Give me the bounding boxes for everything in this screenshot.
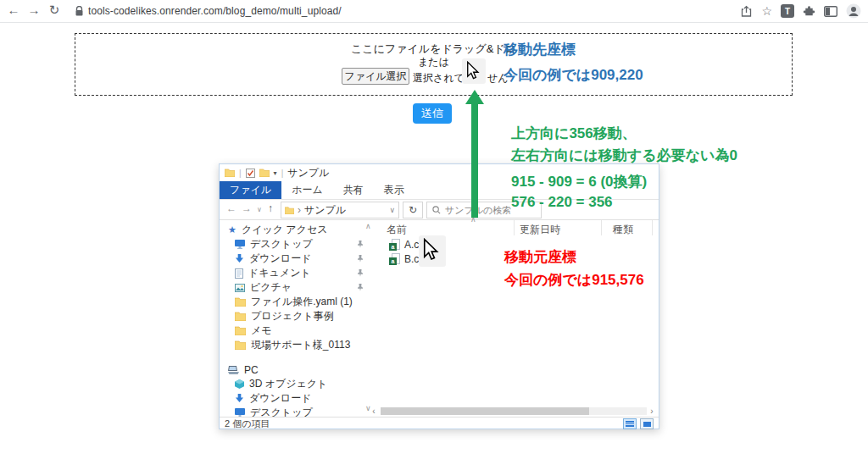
address-dropdown-icon[interactable]: ∨ [389, 206, 395, 214]
qat-separator2: | [281, 169, 284, 178]
extension-t-icon[interactable]: T [781, 4, 794, 18]
scroll-left-icon[interactable]: ‹ [369, 406, 379, 416]
extensions-puzzle-icon[interactable] [803, 5, 815, 18]
tree-label: PC [244, 364, 259, 376]
browser-toolbar: ← → ↻ tools-codelikes.onrender.com/blog_… [0, 0, 868, 23]
download-icon [235, 254, 244, 263]
horizontal-scrollbar[interactable]: ‹ › [369, 406, 657, 417]
explorer-history-dropdown-icon[interactable]: ∨ [257, 206, 262, 213]
lock-icon[interactable] [75, 6, 84, 17]
column-divider[interactable] [514, 220, 515, 235]
tab-view[interactable]: 表示 [374, 181, 415, 199]
source-coords-title: 移動元座標 [504, 247, 576, 267]
pin-icon [357, 255, 364, 263]
tree-label: ダウンロード [249, 252, 311, 266]
tree-item-quick-access[interactable]: ★ クイック アクセス [223, 223, 365, 237]
tree-item-folder-support[interactable]: 現場サポート様_0113 [223, 338, 365, 352]
pin-icon [357, 284, 364, 291]
tree-item-pc[interactable]: PC [223, 362, 365, 377]
search-icon [432, 206, 441, 214]
quick-access-star-icon: ★ [228, 224, 236, 235]
tree-item-folder-project[interactable]: プロジェクト事例 [223, 309, 365, 324]
calc-line-3: 915 - 909 = 6 (0換算) [511, 172, 647, 191]
dest-coords-value: 今回の例では909,220 [504, 65, 643, 85]
scrollbar-track[interactable] [589, 407, 647, 415]
share-icon[interactable] [740, 5, 753, 18]
browser-forward-icon[interactable]: → [25, 3, 42, 17]
pictures-icon [235, 284, 245, 292]
tree-label: ピクチャ [250, 280, 292, 295]
tree-item-documents[interactable]: ドキュメント [223, 266, 365, 280]
folder-icon [235, 297, 246, 307]
cube-3d-icon [235, 379, 244, 389]
bookmark-star-icon[interactable]: ☆ [761, 4, 772, 18]
source-coords-value: 今回の例では915,576 [504, 270, 644, 290]
column-date[interactable]: 更新日時 [520, 223, 560, 237]
folder-icon [225, 169, 235, 177]
tree-item-folder-yaml[interactable]: ファイル操作.yaml (1) [223, 295, 365, 309]
explorer-back-icon[interactable]: ← [226, 202, 236, 214]
pin-icon [357, 241, 364, 248]
tree-section-gap [223, 352, 365, 362]
pc-icon [228, 366, 239, 374]
column-type[interactable]: 種類 [613, 223, 633, 237]
scrollbar-thumb[interactable] [381, 407, 589, 415]
thumbnail-view-icon[interactable] [640, 418, 654, 429]
navigation-tree: ★ クイック アクセス デスクトップ ダウンロード ドキュメント ピクチャ [223, 223, 365, 420]
explorer-refresh-button[interactable]: ↻ [403, 202, 423, 218]
file-status-text-left: 選択されて [413, 71, 465, 86]
window-title: サンプル [287, 166, 329, 180]
desktop-icon [235, 240, 245, 249]
tree-label: メモ [251, 324, 272, 338]
qat-dropdown-icon[interactable]: ▾ [274, 169, 277, 177]
cursor-destination [462, 58, 486, 84]
tree-item-desktop[interactable]: デスクトップ [223, 237, 365, 252]
side-panel-icon[interactable] [824, 6, 837, 17]
tree-scroll-up-icon[interactable]: ∧ [365, 222, 371, 230]
submit-button[interactable]: 送信 [413, 103, 452, 124]
column-headers: 名前 更新日時 種類 [379, 220, 657, 237]
folder-icon [235, 312, 246, 321]
drag-path-arrow-shaft [471, 102, 478, 218]
profile-avatar-icon[interactable] [846, 3, 861, 19]
document-icon [235, 268, 243, 279]
explorer-forward-icon[interactable]: → [242, 202, 252, 214]
address-bar-url[interactable]: tools-codelikes.onrender.com/blog_demo/m… [88, 5, 342, 17]
item-count: 2 個の項目 [225, 418, 270, 430]
csv-file-icon: a [389, 253, 400, 265]
tab-file[interactable]: ファイル [220, 181, 281, 199]
details-view-icon[interactable] [623, 418, 637, 429]
tree-item-pictures[interactable]: ピクチャ [223, 280, 365, 295]
browser-back-icon[interactable]: ← [5, 3, 22, 17]
properties-check-icon[interactable] [246, 169, 255, 178]
search-placeholder: サンプルの検索 [445, 204, 511, 217]
new-folder-icon[interactable] [259, 169, 270, 177]
explorer-up-icon[interactable]: ↑ [268, 202, 273, 214]
browser-refresh-icon[interactable]: ↻ [46, 3, 63, 18]
tree-label: クイック アクセス [242, 223, 328, 237]
pin-icon [357, 269, 364, 277]
download-icon [235, 394, 244, 403]
tree-item-downloads[interactable]: ダウンロード [223, 252, 365, 266]
tree-item-folder-memo[interactable]: メモ [223, 324, 365, 338]
tree-item-downloads-pc[interactable]: ダウンロード [223, 391, 365, 406]
tab-share[interactable]: 共有 [333, 181, 374, 199]
tree-label: 3D オブジェクト [249, 377, 327, 391]
qat-separator: | [239, 169, 242, 178]
column-divider[interactable] [652, 220, 653, 235]
column-divider[interactable] [601, 220, 602, 235]
tree-label: ダウンロード [249, 391, 311, 406]
screen: ← → ↻ tools-codelikes.onrender.com/blog_… [0, 0, 868, 459]
file-select-button[interactable]: ファイル選択 [342, 68, 409, 85]
tab-home[interactable]: ホーム [281, 181, 333, 199]
explorer-statusbar: 2 個の項目 [220, 417, 659, 430]
tree-label: ドキュメント [248, 266, 311, 280]
cursor-source [419, 235, 446, 267]
calc-line-1: 上方向に356移動、 [511, 124, 637, 143]
tree-item-3d-objects[interactable]: 3D オブジェクト [223, 377, 365, 391]
breadcrumb-folder-name[interactable]: サンプル [304, 203, 346, 218]
column-name[interactable]: 名前 [387, 223, 407, 237]
calc-line-2: 左右方向には移動する必要ない為0 [511, 146, 737, 165]
scroll-right-icon[interactable]: › [647, 406, 657, 416]
address-breadcrumb-bar[interactable]: › サンプル ∨ [281, 202, 399, 218]
